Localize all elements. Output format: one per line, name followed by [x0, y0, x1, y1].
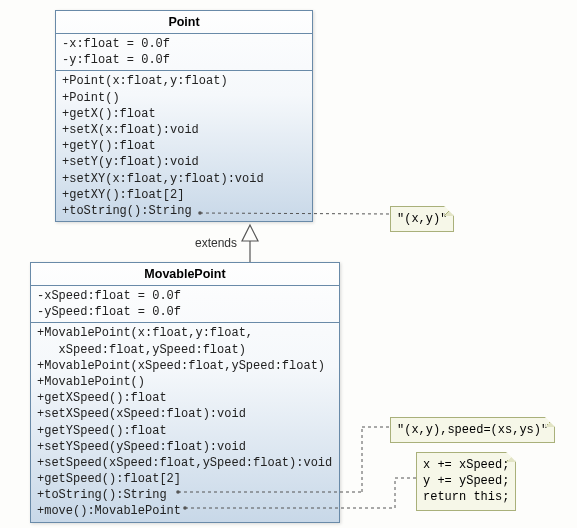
- class-point-title: Point: [56, 11, 312, 34]
- op-row: +setXY(x:float,y:float):void: [62, 171, 306, 187]
- class-movable-point-attributes: -xSpeed:float = 0.0f -ySpeed:float = 0.0…: [31, 286, 339, 323]
- op-row: +Point(): [62, 90, 306, 106]
- note-movable-tostring: "(x,y),speed=(xs,ys)": [390, 417, 555, 443]
- op-row: +setX(x:float):void: [62, 122, 306, 138]
- attr-row: -x:float = 0.0f: [62, 36, 306, 52]
- class-movable-point: MovablePoint -xSpeed:float = 0.0f -ySpee…: [30, 262, 340, 523]
- op-row: +setYSpeed(ySpeed:float):void: [37, 439, 333, 455]
- op-row: +MovablePoint(xSpeed:float,ySpeed:float): [37, 358, 333, 374]
- attr-row: -ySpeed:float = 0.0f: [37, 304, 333, 320]
- op-row: +move():MovablePoint: [37, 503, 333, 519]
- op-row: +toString():String: [37, 487, 333, 503]
- op-row: +getY():float: [62, 138, 306, 154]
- op-row: +toString():String: [62, 203, 306, 219]
- op-row: +setSpeed(xSpeed:float,ySpeed:float):voi…: [37, 455, 333, 471]
- note-line: x += xSpeed;: [423, 457, 509, 473]
- note-point-tostring: "(x,y)": [390, 206, 454, 232]
- attr-row: -y:float = 0.0f: [62, 52, 306, 68]
- class-point-operations: +Point(x:float,y:float) +Point() +getX()…: [56, 71, 312, 221]
- op-row: +Point(x:float,y:float): [62, 73, 306, 89]
- note-line: y += ySpeed;: [423, 473, 509, 489]
- svg-marker-1: [242, 225, 258, 241]
- op-row: +setXSpeed(xSpeed:float):void: [37, 406, 333, 422]
- extends-label: extends: [195, 236, 237, 250]
- op-row: +setY(y:float):void: [62, 154, 306, 170]
- op-row: xSpeed:float,ySpeed:float): [37, 342, 333, 358]
- class-movable-point-title: MovablePoint: [31, 263, 339, 286]
- class-point-attributes: -x:float = 0.0f -y:float = 0.0f: [56, 34, 312, 71]
- attr-row: -xSpeed:float = 0.0f: [37, 288, 333, 304]
- note-text: "(x,y),speed=(xs,ys)": [397, 423, 548, 437]
- note-text: "(x,y)": [397, 212, 447, 226]
- op-row: +MovablePoint(): [37, 374, 333, 390]
- inheritance-arrow: [242, 225, 258, 262]
- note-move-body: x += xSpeed; y += ySpeed; return this;: [416, 452, 516, 511]
- note-line: return this;: [423, 489, 509, 505]
- class-point: Point -x:float = 0.0f -y:float = 0.0f +P…: [55, 10, 313, 222]
- op-row: +getXSpeed():float: [37, 390, 333, 406]
- op-row: +getYSpeed():float: [37, 423, 333, 439]
- op-row: +MovablePoint(x:float,y:float,: [37, 325, 333, 341]
- op-row: +getXY():float[2]: [62, 187, 306, 203]
- op-row: +getSpeed():float[2]: [37, 471, 333, 487]
- class-movable-point-operations: +MovablePoint(x:float,y:float, xSpeed:fl…: [31, 323, 339, 521]
- op-row: +getX():float: [62, 106, 306, 122]
